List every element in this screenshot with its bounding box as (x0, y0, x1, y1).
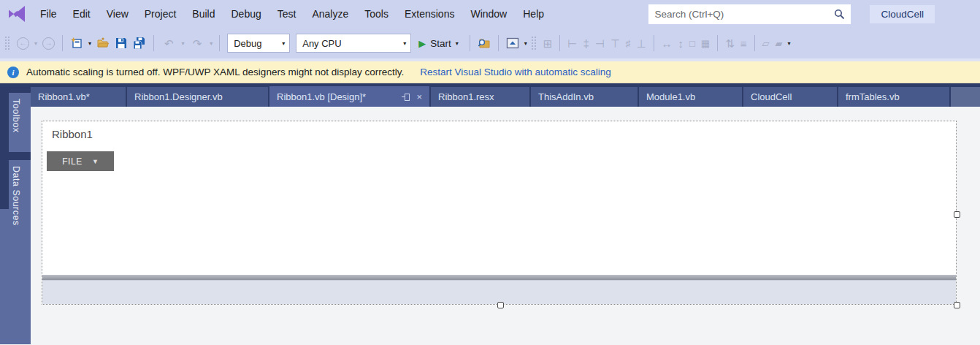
sidebar-item-data-sources[interactable]: Data Sources (11, 166, 21, 226)
tab-frmtables-vb[interactable]: frmTables.vb (838, 87, 949, 107)
start-debugging-button[interactable]: ▶ Start ▾ (418, 38, 461, 49)
info-message: Automatic scaling is turned off. WPF/UWP… (26, 67, 404, 77)
menu-analyze[interactable]: Analyze (304, 0, 356, 28)
same-width-icon[interactable]: ↔ (662, 38, 673, 49)
tab-ribbon1-vb[interactable]: Ribbon1.vb* (31, 87, 126, 107)
toolbar-separator (559, 35, 560, 51)
tab-ribbon1-designer-vb[interactable]: Ribbon1.Designer.vb (127, 87, 268, 107)
scaling-info-bar: i Automatic scaling is turned off. WPF/U… (0, 61, 980, 83)
menu-file[interactable]: File (32, 0, 65, 28)
file-dropdown-caret-icon: ▼ (92, 158, 99, 165)
toolbar-separator (62, 35, 63, 51)
find-in-files-button[interactable] (475, 35, 493, 51)
align-rights-icon[interactable]: ⊣ (595, 38, 605, 49)
pin-tab-icon[interactable] (402, 92, 410, 101)
undo-button[interactable]: ↶ (159, 37, 179, 50)
align-middles-icon[interactable]: ♯ (626, 39, 631, 48)
save-floppy-icon (115, 37, 127, 49)
tab-module1-vb[interactable]: Module1.vb (639, 87, 742, 107)
vertical-spacing-icon[interactable]: ≡ (740, 38, 747, 49)
ribbon-design-surface[interactable]: Ribbon1 FILE ▼ (42, 121, 957, 305)
menu-window[interactable]: Window (462, 0, 515, 28)
send-to-back-icon[interactable]: ▰ (776, 39, 783, 48)
designer-view-button[interactable] (504, 35, 521, 51)
sidebar-item-toolbox[interactable]: Toolbox (11, 99, 21, 133)
back-dropdown-caret-icon[interactable]: ▾ (34, 40, 37, 47)
tab-label: ThisAddIn.vb (538, 91, 630, 102)
tab-ribbon1-vb-design[interactable]: Ribbon1.vb [Design]* × (269, 86, 429, 107)
file-tab-label: FILE (62, 156, 83, 167)
toolbar-separator (754, 35, 755, 51)
layout-toolbar-grip-handle[interactable] (531, 36, 536, 50)
menu-help[interactable]: Help (515, 0, 552, 28)
save-all-button[interactable] (131, 35, 148, 51)
chevron-down-icon: ▾ (282, 40, 285, 47)
search-input[interactable] (654, 9, 834, 20)
tab-label: Ribbon1.Designer.vb (134, 91, 261, 102)
navigate-back-button[interactable]: ← (15, 36, 31, 51)
new-project-dropdown-caret-icon[interactable]: ▾ (88, 40, 91, 47)
tab-ribbon1-resx[interactable]: Ribbon1.resx (431, 87, 529, 107)
ribbon-bottom-strip (42, 275, 956, 304)
tab-cloudcell[interactable]: CloudCell (743, 87, 837, 107)
sidebar-tab-gap (9, 152, 31, 160)
save-button[interactable] (113, 36, 129, 50)
solution-platform-dropdown[interactable]: Any CPU ▾ (296, 34, 411, 53)
same-height-icon[interactable]: ↕ (678, 38, 684, 49)
redo-button[interactable]: ↷ (188, 37, 207, 50)
align-tops-icon[interactable]: ⊤ (610, 38, 620, 49)
menu-tools[interactable]: Tools (356, 0, 397, 28)
back-arrow-icon: ← (17, 37, 29, 50)
account-label[interactable]: CloudCell (870, 5, 935, 23)
align-bottoms-icon[interactable]: ⊥ (636, 38, 646, 49)
toolbar-separator (717, 35, 718, 51)
menu-edit[interactable]: Edit (65, 0, 99, 28)
ribbon-designer-title: Ribbon1 (52, 128, 93, 140)
designer-dropdown-caret-icon[interactable]: ▾ (524, 40, 527, 47)
toolbar: ← ▾ → ▾ (0, 28, 980, 58)
navigate-forward-button[interactable]: → (40, 36, 57, 51)
bring-to-front-icon[interactable]: ▱ (762, 39, 770, 48)
redo-dropdown-caret-icon[interactable]: ▾ (210, 40, 213, 47)
new-project-button[interactable] (68, 35, 85, 51)
menu-debug[interactable]: Debug (223, 0, 269, 28)
menu-test[interactable]: Test (269, 0, 305, 28)
close-tab-icon[interactable]: × (416, 91, 422, 102)
align-to-grid-icon[interactable]: ⊞ (543, 38, 553, 49)
toolbar-separator (654, 35, 654, 51)
restart-with-scaling-link[interactable]: Restart Visual Studio with automatic sca… (420, 67, 611, 77)
play-icon: ▶ (418, 38, 426, 49)
horizontal-spacing-icon[interactable]: ⇅ (725, 38, 735, 49)
align-lefts-icon[interactable]: ⊢ (567, 38, 577, 49)
align-centers-icon[interactable]: ‡ (583, 38, 589, 49)
toolbar-overflow-caret-icon[interactable]: ▾ (788, 40, 791, 47)
menu-extensions[interactable]: Extensions (397, 0, 462, 28)
search-box[interactable] (648, 4, 851, 24)
undo-dropdown-caret-icon[interactable]: ▾ (182, 40, 185, 47)
menu-project[interactable]: Project (137, 0, 185, 28)
resize-handle-bottom[interactable] (497, 302, 504, 308)
document-tab-well: Ribbon1.vb* Ribbon1.Designer.vb Ribbon1.… (31, 83, 980, 107)
start-dropdown-caret-icon[interactable]: ▾ (456, 40, 459, 47)
search-icon[interactable] (834, 9, 845, 20)
open-folder-icon (96, 37, 110, 50)
ribbon-file-tab-button[interactable]: FILE ▼ (47, 151, 114, 171)
main-region: Toolbox Data Sources Ribbon1.vb* Ribbon1… (0, 83, 980, 344)
size-to-grid-icon[interactable]: ▦ (701, 39, 710, 48)
tab-thisaddin-vb[interactable]: ThisAddIn.vb (531, 87, 638, 107)
menu-build[interactable]: Build (184, 0, 223, 28)
solution-configuration-dropdown[interactable]: Debug ▾ (227, 34, 290, 53)
tab-label: Module1.vb (646, 91, 735, 102)
toolbar-grip-handle[interactable] (4, 36, 9, 50)
tab-label: Ribbon1.vb [Design]* (277, 91, 397, 102)
same-size-icon[interactable]: □ (689, 39, 695, 48)
menu-view[interactable]: View (99, 0, 137, 28)
sidebar-left-accent (0, 83, 9, 209)
open-file-button[interactable] (94, 35, 112, 51)
resize-handle-right[interactable] (954, 211, 960, 218)
boxed-image-icon (506, 37, 519, 50)
document-column: Ribbon1.vb* Ribbon1.Designer.vb Ribbon1.… (31, 83, 980, 344)
ribbon-group-divider-bar (42, 275, 956, 280)
tab-label: CloudCell (751, 91, 830, 102)
resize-handle-bottom-right[interactable] (954, 302, 960, 308)
